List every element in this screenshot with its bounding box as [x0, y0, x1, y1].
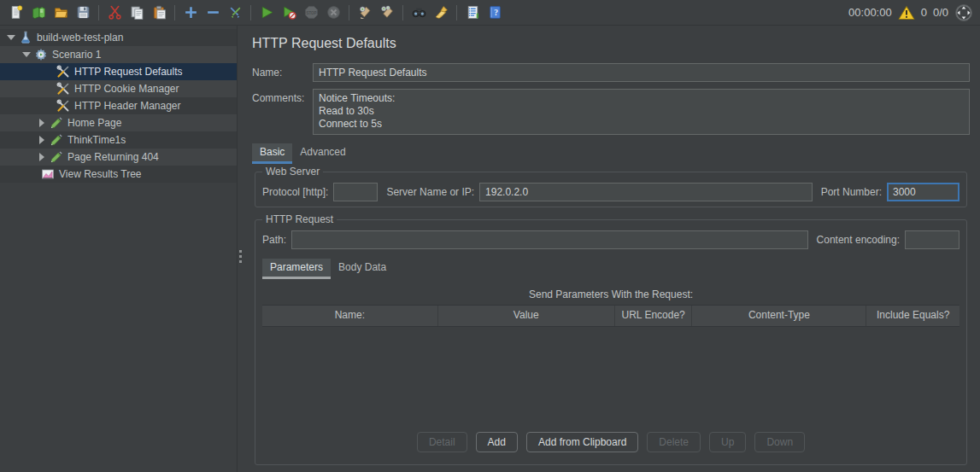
add-icon[interactable] — [179, 2, 202, 24]
http-request-defaults-panel: HTTP Request Defaults Name: Comments: No… — [244, 26, 980, 472]
tree-splitter[interactable] — [238, 26, 244, 472]
server-name-label: Server Name or IP: — [386, 186, 474, 198]
up-button[interactable]: Up — [709, 432, 746, 452]
http-request-group: HTTP Request Path: Content encoding: Par… — [255, 219, 967, 465]
copy-icon[interactable] — [126, 2, 148, 24]
tab-advanced[interactable]: Advanced — [292, 143, 353, 161]
tab-parameters[interactable]: Parameters — [262, 259, 331, 277]
tree-item-page-returning-404[interactable]: Page Returning 404 — [0, 149, 237, 166]
remote-threads-icon[interactable] — [954, 3, 973, 22]
tree-item-label: HTTP Cookie Manager — [74, 83, 179, 95]
web-server-group-title: Web Server — [262, 166, 323, 178]
column-header-name[interactable]: Name: — [262, 306, 438, 326]
tree-item-thinktime1s[interactable]: ThinkTime1s — [0, 131, 237, 149]
expand-arrow-icon[interactable] — [38, 119, 46, 127]
collapse-arrow-icon[interactable] — [22, 50, 31, 59]
comments-input[interactable]: Notice Timeouts: Read to 30s Connect to … — [313, 89, 970, 135]
path-input[interactable] — [291, 230, 808, 249]
tree-item-http-cookie-manager[interactable]: HTTP Cookie Manager — [0, 80, 237, 97]
add-from-clipboard-button[interactable]: Add from Clipboard — [526, 432, 638, 452]
column-header-url-encode[interactable]: URL Encode? — [615, 306, 693, 326]
tree-item-label: Home Page — [67, 117, 121, 129]
config-element-icon — [56, 99, 70, 113]
down-button[interactable]: Down — [754, 432, 805, 452]
toolbar-separator — [349, 5, 349, 20]
remove-icon[interactable] — [202, 2, 224, 24]
paste-icon[interactable] — [148, 2, 170, 24]
test-plan-icon — [19, 31, 32, 44]
function-helper-icon[interactable] — [461, 2, 484, 24]
parameters-table-header: Name: Value URL Encode? Content-Type Inc… — [262, 305, 959, 327]
svg-text:STOP: STOP — [306, 11, 316, 15]
port-number-input[interactable] — [887, 183, 959, 201]
comments-row: Comments: Notice Timeouts: Read to 30s C… — [252, 89, 970, 135]
log-error-count: 0 — [921, 6, 927, 19]
tree-item-http-request-defaults[interactable]: HTTP Request Defaults — [0, 63, 237, 80]
stop-icon[interactable]: STOP — [300, 2, 322, 24]
tree-item-label: build-web-test-plan — [37, 32, 123, 44]
content-encoding-input[interactable] — [905, 230, 959, 249]
add-button[interactable]: Add — [476, 432, 518, 452]
shutdown-icon[interactable] — [322, 2, 344, 24]
collapse-arrow-icon[interactable] — [7, 33, 15, 42]
path-label: Path: — [262, 234, 286, 246]
toolbar-separator — [250, 5, 251, 20]
clear-all-icon[interactable] — [376, 2, 398, 24]
sampler-icon — [50, 116, 63, 130]
content-encoding-label: Content encoding: — [817, 234, 900, 246]
templates-icon[interactable] — [27, 2, 50, 24]
expand-arrow-icon[interactable] — [38, 153, 46, 161]
log-errors-warning-icon[interactable] — [898, 5, 915, 20]
active-threads-count: 0/0 — [933, 6, 948, 19]
tree-item-label: Scenario 1 — [52, 49, 101, 61]
save-icon[interactable] — [72, 2, 94, 24]
search-icon[interactable] — [408, 2, 430, 24]
elapsed-timer: 00:00:00 — [848, 6, 892, 19]
expand-arrow-icon[interactable] — [38, 136, 46, 144]
start-icon[interactable] — [255, 2, 278, 24]
column-header-content-type[interactable]: Content-Type — [692, 306, 866, 326]
help-icon[interactable]: ? — [484, 2, 506, 24]
thread-group-icon — [34, 48, 48, 61]
tree-item-scenario-1[interactable]: Scenario 1 — [0, 46, 237, 63]
splitter-grip[interactable] — [239, 250, 242, 263]
tree-item-label: ThinkTime1s — [67, 134, 126, 146]
tab-basic[interactable]: Basic — [252, 143, 292, 161]
name-label: Name: — [252, 63, 313, 79]
column-header-value[interactable]: Value — [438, 306, 615, 326]
toolbar-separator — [402, 5, 403, 20]
toggle-icon[interactable] — [224, 2, 246, 24]
parameter-buttons: Detail Add Add from Clipboard Delete Up … — [262, 432, 959, 457]
protocol-input[interactable] — [333, 183, 378, 201]
cut-icon[interactable] — [103, 2, 126, 24]
http-request-group-title: HTTP Request — [262, 213, 337, 225]
new-file-icon[interactable] — [5, 2, 27, 24]
tree-item-http-header-manager[interactable]: HTTP Header Manager — [0, 97, 237, 114]
port-number-label: Port Number: — [821, 186, 882, 198]
tree-item-test-plan[interactable]: build-web-test-plan — [0, 29, 237, 46]
toolbar: STOP ? 00:00:00 0 0/0 — [0, 0, 980, 26]
tab-body-data[interactable]: Body Data — [331, 259, 394, 277]
parameters-table-body[interactable] — [262, 327, 959, 432]
toolbar-separator — [456, 5, 457, 20]
svg-text:?: ? — [494, 8, 498, 17]
open-file-icon[interactable] — [50, 2, 72, 24]
tree-item-label: HTTP Header Manager — [74, 100, 181, 112]
clear-icon[interactable] — [354, 2, 376, 24]
toolbar-separator — [98, 5, 99, 20]
name-input[interactable] — [313, 63, 970, 82]
results-tree-icon — [41, 167, 55, 181]
column-header-include-equals[interactable]: Include Equals? — [866, 306, 959, 326]
start-no-pauses-icon[interactable] — [278, 2, 300, 24]
jmeter-window: STOP ? 00:00:00 0 0/0 build-web-test-pla… — [0, 0, 980, 472]
tree-item-view-results-tree[interactable]: View Results Tree — [0, 166, 237, 183]
detail-button[interactable]: Detail — [417, 432, 467, 452]
search-reset-icon[interactable] — [430, 2, 452, 24]
server-name-input[interactable] — [479, 183, 813, 201]
config-element-icon — [56, 65, 70, 79]
delete-button[interactable]: Delete — [647, 432, 701, 452]
config-element-icon — [56, 82, 70, 96]
tree-item-home-page[interactable]: Home Page — [0, 114, 237, 131]
test-plan-tree: build-web-test-plan Scenario 1 HTTP Requ… — [0, 26, 238, 472]
tree-item-label: HTTP Request Defaults — [74, 66, 183, 78]
